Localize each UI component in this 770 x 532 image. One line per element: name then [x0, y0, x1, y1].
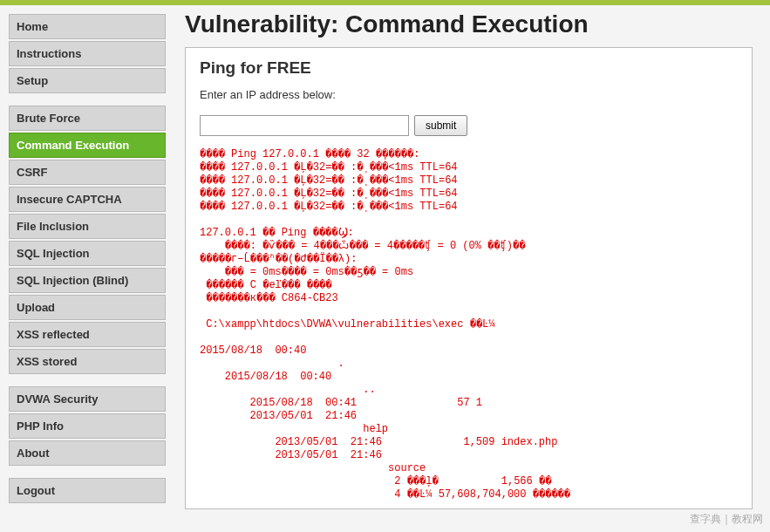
sidebar-item-home[interactable]: Home	[9, 14, 166, 39]
panel-instruction: Enter an IP address below:	[200, 88, 738, 101]
main-content: Vulnerability: Command Execution Ping fo…	[174, 10, 770, 515]
sidebar-item-insecure-captcha[interactable]: Insecure CAPTCHA	[9, 187, 166, 212]
sidebar-item-dvwa-security[interactable]: DVWA Security	[9, 386, 166, 412]
command-output: ���� Ping 127.0.0.1 ���� 32 �ֽ�����: ���…	[200, 148, 738, 501]
sidebar-item-brute-force[interactable]: Brute Force	[9, 106, 166, 131]
page-title: Vulnerability: Command Execution	[185, 10, 753, 38]
submit-button[interactable]: submit	[414, 115, 467, 136]
sidebar-item-instructions[interactable]: Instructions	[9, 41, 166, 66]
ping-form: submit	[200, 115, 738, 136]
sidebar-item-about[interactable]: About	[9, 440, 166, 466]
panel-heading: Ping for FREE	[200, 58, 738, 78]
sidebar-item-php-info[interactable]: PHP Info	[9, 413, 166, 439]
sidebar-item-sql-injection-blind[interactable]: SQL Injection (Blind)	[9, 268, 166, 293]
sidebar-item-xss-reflected[interactable]: XSS reflected	[9, 322, 166, 347]
sidebar: Home Instructions Setup Brute Force Comm…	[0, 10, 174, 515]
sidebar-item-upload[interactable]: Upload	[9, 295, 166, 320]
sidebar-item-setup[interactable]: Setup	[9, 68, 166, 93]
sidebar-item-file-inclusion[interactable]: File Inclusion	[9, 214, 166, 239]
sidebar-item-xss-stored[interactable]: XSS stored	[9, 349, 166, 374]
content-panel: Ping for FREE Enter an IP address below:…	[185, 47, 753, 509]
sidebar-item-sql-injection[interactable]: SQL Injection	[9, 241, 166, 266]
ip-input[interactable]	[200, 115, 409, 136]
sidebar-item-logout[interactable]: Logout	[9, 478, 166, 503]
sidebar-item-csrf[interactable]: CSRF	[9, 160, 166, 185]
sidebar-item-command-execution[interactable]: Command Execution	[9, 133, 166, 158]
